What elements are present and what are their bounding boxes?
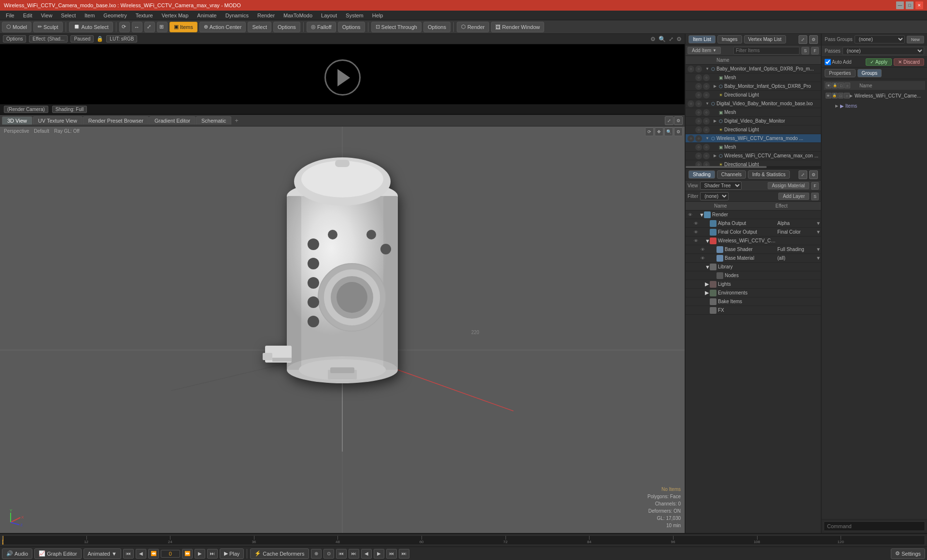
vp-zoom-btn[interactable]: 🔍 [664,127,673,136]
apply-btn[interactable]: ✓ Apply [866,58,892,66]
menu-view[interactable]: View [37,12,56,19]
menu-animate[interactable]: Animate [193,12,220,19]
shader-tree[interactable]: 👁 ▼ Render 👁 Alpha Output Alpha [686,210,821,533]
shader-row[interactable]: 👁 Base Material (all) ▼ [686,254,821,263]
group-circle-btn[interactable]: ○ [844,93,850,98]
transport-to-start-btn[interactable]: ⏮ [123,549,134,559]
auto-add-checkbox[interactable] [825,59,831,65]
menu-help[interactable]: Help [368,12,387,19]
effect-dropdown-icon[interactable]: ▼ [816,247,821,252]
group-expand-icon[interactable]: ▶ [850,94,855,98]
passes-select[interactable]: (none) [843,47,924,55]
visibility-btn2[interactable]: ○ [695,66,702,72]
maximize-btn[interactable]: □ [906,1,913,9]
tab-render-preset[interactable]: Render Preset Browser [83,116,149,125]
tab-vertex-map-list[interactable]: Vertex Map List [744,35,786,43]
visibility-btn2[interactable]: ○ [703,153,710,159]
transport-extra8[interactable]: ⏭ [399,549,409,559]
tree-row[interactable]: ○ ○ ▶ ⬡ Digital_Video_Baby_Monitor [686,117,821,126]
menu-vertex-map[interactable]: Vertex Map [158,12,193,19]
transform-btn4[interactable]: ⊞ [157,22,168,32]
visibility-btn[interactable]: ○ [695,83,702,90]
tree-row[interactable]: ○ ○ ▶ ⬡ Baby_Monitor_Infant_Optics_DXR8_… [686,82,821,91]
preview-ctrl3[interactable]: ⤢ [669,36,674,42]
select-through-btn[interactable]: ⊡ Select Through [371,22,421,32]
vp-rotate-btn[interactable]: ⟳ [645,127,654,136]
transport-to-end-btn[interactable]: ⏭ [207,549,218,559]
options-btn[interactable]: Options [273,22,300,32]
transport-next-frame-btn[interactable]: ▶ [195,549,205,559]
visibility-btn2[interactable]: ○ [703,144,710,151]
tab-properties[interactable]: Properties [825,69,856,77]
menu-render[interactable]: Render [253,12,279,19]
items-btn[interactable]: ▣ Items [169,22,197,32]
preview-ctrl4[interactable]: ⚙ [676,36,682,42]
preview-render-camera-btn[interactable]: (Render Camera) [4,106,48,113]
audio-btn[interactable]: 🔊 Audio [2,548,32,559]
visibility-btn[interactable]: ○ [695,144,702,151]
item-list-settings-btn[interactable]: ⚙ [809,35,818,44]
menu-system[interactable]: System [342,12,367,19]
shader-row[interactable]: 👁 ▶ Environments [686,289,821,297]
falloff-btn[interactable]: ◎ Falloff [307,22,336,32]
vp-expand-btn[interactable]: ⤢ [665,116,674,125]
menu-item[interactable]: Item [81,12,98,19]
play-btn[interactable]: ▶ Play [220,548,244,559]
select-btn[interactable]: Select [248,22,271,32]
item-list-expand-btn[interactable]: ⤢ [799,35,807,44]
eye-btn[interactable]: 👁 [692,229,699,236]
pass-groups-select[interactable]: (none) [855,35,905,43]
transform-btn1[interactable]: ⟳ [119,22,130,32]
expand-btn[interactable]: ▶ [705,290,710,296]
preview-effect-btn[interactable]: Effect: (Shad... [29,35,68,42]
shader-row[interactable]: 👁 ▶ Lights [686,280,821,289]
tree-row[interactable]: ○ ○ ▼ ⬡ Digital_Video_Baby_Monitor_modo_… [686,99,821,108]
item-list-scroll-bar[interactable] [686,166,821,168]
settings-btn[interactable]: ⚙ Settings [891,548,925,559]
item-tree[interactable]: ○ ○ ▼ ⬡ Baby_Monitor_Infant_Optics_DXR8_… [686,65,821,166]
tree-row[interactable]: ○ ○ ▣ Mesh [686,108,821,117]
item-filter-s-btn[interactable]: S [801,47,809,55]
tab-groups[interactable]: Groups [857,69,882,77]
visibility-btn2[interactable]: ○ [703,161,710,167]
minimize-btn[interactable]: — [896,1,904,9]
menu-edit[interactable]: Edit [19,12,36,19]
animated-btn[interactable]: Animated ▼ [84,548,121,559]
add-layer-btn[interactable]: Add Layer [778,193,809,200]
effect-dropdown-icon[interactable]: ▼ [816,221,821,226]
transport-extra5[interactable]: ◀ [361,549,372,559]
expand-icon[interactable]: ▶ [713,119,717,124]
tree-row[interactable]: ○ ○ ▼ ⬡ Baby_Monitor_Infant_Optics_DXR8_… [686,65,821,73]
preview-lut-btn[interactable]: LUT: sRGB [106,35,137,42]
visibility-btn2[interactable]: ○ [695,100,702,107]
visibility-btn2[interactable]: ○ [695,135,702,142]
tab-channels[interactable]: Channels [717,170,746,179]
add-layer-s-btn[interactable]: S [811,193,819,200]
visibility-btn[interactable]: ○ [695,118,702,125]
preview-options-btn[interactable]: Options [3,35,26,42]
falloff-options-btn[interactable]: Options [338,22,365,32]
expand-icon[interactable]: ▼ [705,67,710,71]
preview-shading-btn[interactable]: Shading: Full [52,106,87,113]
preview-paused-btn[interactable]: Paused [70,35,94,42]
auto-select-btn[interactable]: 🔲 Auto Select [69,22,113,32]
visibility-btn[interactable]: ○ [695,92,702,98]
shader-row[interactable]: 👁 ▼ Library [686,263,821,271]
visibility-btn2[interactable]: ○ [703,109,710,116]
render-btn[interactable]: ⬡ Render [457,22,489,32]
effect-dropdown-icon[interactable]: ▼ [816,229,821,235]
close-btn[interactable]: ✕ [915,1,923,9]
visibility-btn2[interactable]: ○ [703,92,710,98]
tab-item-list[interactable]: Item List [688,35,716,43]
visibility-btn[interactable]: ○ [695,74,702,81]
assign-material-f-btn[interactable]: F [811,182,819,190]
tab-3d-view[interactable]: 3D View [2,116,32,125]
menu-file[interactable]: File [2,12,18,19]
group-check-btn[interactable]: □ [838,93,844,98]
expand-icon[interactable]: ▼ [705,101,710,106]
tree-row[interactable]: ○ ○ ☀ Directional Light [686,126,821,134]
visibility-btn[interactable]: ○ [688,135,694,142]
visibility-btn[interactable]: ○ [695,153,702,159]
vp-pan-btn[interactable]: ✥ [655,127,663,136]
visibility-btn2[interactable]: ○ [703,126,710,133]
